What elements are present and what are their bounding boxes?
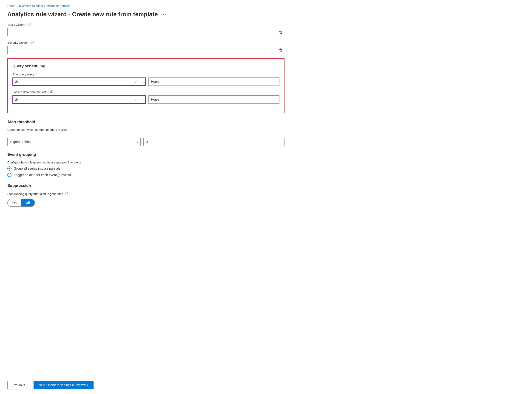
lookup-data-value-col: Lookup data from the last * ⓘ 24 ✓ ⌄ — [12, 90, 146, 104]
more-options-icon[interactable]: ··· — [161, 11, 167, 17]
lookup-unit-wrapper: Hours Minutes Days ⌄ — [149, 95, 279, 104]
radio-each-event-label: Trigger an alert for each event (preview… — [14, 173, 71, 177]
generate-alert-label: Generate alert when number of query resu… — [7, 128, 284, 131]
threshold-condition-col: Is greater than Is less than Is equal to… — [7, 138, 141, 146]
threshold-condition-select[interactable]: Is greater than Is less than Is equal to — [7, 138, 141, 146]
breadcrumb: Home › Microsoft Sentinel › Microsoft Se… — [0, 0, 532, 10]
run-query-label: Run query every * — [12, 73, 146, 76]
threshold-value-col: * 0 — [143, 133, 284, 146]
run-query-value-col: Run query every * 24 ✓ ⌄ — [12, 73, 146, 86]
event-grouping-section: Event grouping Configure how rule query … — [7, 152, 284, 177]
toggle-on-option[interactable]: On — [8, 199, 21, 207]
severity-column-select[interactable] — [7, 46, 275, 54]
radio-group-all-inner — [9, 168, 10, 169]
tactic-select-wrapper: ⌄ — [7, 28, 275, 36]
run-query-row: Run query every * 24 ✓ ⌄ Hours Minutes — [12, 73, 279, 86]
radio-group-all[interactable]: Group all events into a single alert — [7, 166, 284, 171]
toggle-off-option[interactable]: Off — [21, 199, 35, 207]
run-query-unit-wrapper: Hours Minutes Days ⌄ — [149, 78, 279, 86]
run-query-unit-col: Hours Minutes Days ⌄ — [149, 78, 279, 86]
radio-group-all-btn[interactable] — [7, 166, 11, 171]
next-button[interactable]: Next : Incident settings (Preview) > — [34, 381, 93, 389]
query-scheduling-section: Query scheduling Run query every * 24 ✓ … — [7, 58, 284, 113]
suppression-title: Suppression — [7, 183, 284, 188]
page-title-row: Analytics rule wizard - Create new rule … — [0, 10, 532, 22]
breadcrumb-sentinel-1[interactable]: Microsoft Sentinel — [19, 4, 43, 8]
query-scheduling-title: Query scheduling — [12, 64, 279, 68]
run-query-required: * — [36, 73, 37, 76]
breadcrumb-sep-3: › — [72, 4, 73, 8]
breadcrumb-sep-2: › — [44, 4, 45, 8]
suppression-label-row: Stop running query after alert is genera… — [7, 192, 284, 196]
run-query-value-wrapper: 24 ✓ ⌄ — [12, 78, 146, 86]
tactic-column-label: Tactic Column ⓘ — [7, 22, 284, 27]
radio-each-event[interactable]: Trigger an alert for each event (preview… — [7, 173, 284, 177]
lookup-value-select[interactable]: 24 — [12, 95, 146, 104]
breadcrumb-home[interactable]: Home — [7, 4, 15, 8]
event-grouping-title: Event grouping — [7, 152, 284, 157]
alert-threshold-section: Alert threshold Generate alert when numb… — [7, 120, 284, 146]
page-title: Analytics rule wizard - Create new rule … — [7, 11, 158, 18]
alert-threshold-title: Alert threshold — [7, 120, 284, 124]
tactic-info-icon[interactable]: ⓘ — [28, 22, 31, 27]
threshold-required-star: * — [143, 133, 284, 136]
lookup-info-icon[interactable]: ⓘ — [50, 90, 53, 94]
lookup-unit-col: Hours Minutes Days ⌄ — [149, 95, 279, 104]
threshold-value-input[interactable]: 0 — [143, 138, 284, 146]
tactic-column-group: Tactic Column ⓘ ⌄ 🗑 — [7, 22, 284, 36]
tactic-delete-button[interactable]: 🗑 — [277, 29, 284, 35]
threshold-row: Is greater than Is less than Is equal to… — [7, 133, 284, 146]
event-grouping-radio-group: Group all events into a single alert Tri… — [7, 166, 284, 177]
severity-column-label: Severity Column ⓘ — [7, 41, 284, 45]
lookup-data-row: Lookup data from the last * ⓘ 24 ✓ ⌄ Hou… — [12, 90, 279, 104]
severity-delete-button[interactable]: 🗑 — [277, 47, 284, 53]
tactic-column-select[interactable] — [7, 28, 275, 36]
severity-info-icon[interactable]: ⓘ — [31, 41, 34, 45]
severity-column-group: Severity Column ⓘ ⌄ 🗑 — [7, 41, 284, 54]
severity-column-row: ⌄ 🗑 — [7, 46, 284, 54]
threshold-condition-wrapper: Is greater than Is less than Is equal to… — [7, 138, 141, 146]
configure-label: Configure how rule query results are gro… — [7, 161, 284, 164]
breadcrumb-sep-1: › — [17, 4, 18, 8]
suppression-section: Suppression Stop running query after ale… — [7, 183, 284, 207]
severity-select-wrapper: ⌄ — [7, 46, 275, 54]
main-content: Tactic Column ⓘ ⌄ 🗑 Severity Column ⓘ ⌄ — [0, 22, 292, 207]
footer: Previous Next : Incident settings (Previ… — [0, 376, 532, 394]
stop-running-label: Stop running query after alert is genera… — [7, 192, 63, 196]
radio-each-event-btn[interactable] — [7, 173, 11, 177]
tactic-column-row: ⌄ 🗑 — [7, 28, 284, 36]
suppression-toggle[interactable]: On Off — [7, 199, 35, 207]
radio-group-all-label: Group all events into a single alert — [14, 167, 62, 170]
lookup-required: * — [47, 90, 49, 94]
lookup-unit-select[interactable]: Hours Minutes Days — [149, 95, 279, 104]
run-query-value-select[interactable]: 24 — [12, 78, 146, 86]
lookup-value-wrapper: 24 ✓ ⌄ — [12, 95, 146, 104]
suppression-info-icon[interactable]: ⓘ — [65, 192, 68, 196]
lookup-data-label: Lookup data from the last * ⓘ — [12, 90, 146, 94]
run-query-unit-select[interactable]: Hours Minutes Days — [149, 78, 279, 86]
previous-button[interactable]: Previous — [7, 381, 30, 389]
breadcrumb-sentinel-2[interactable]: Microsoft Sentinel — [47, 4, 70, 8]
